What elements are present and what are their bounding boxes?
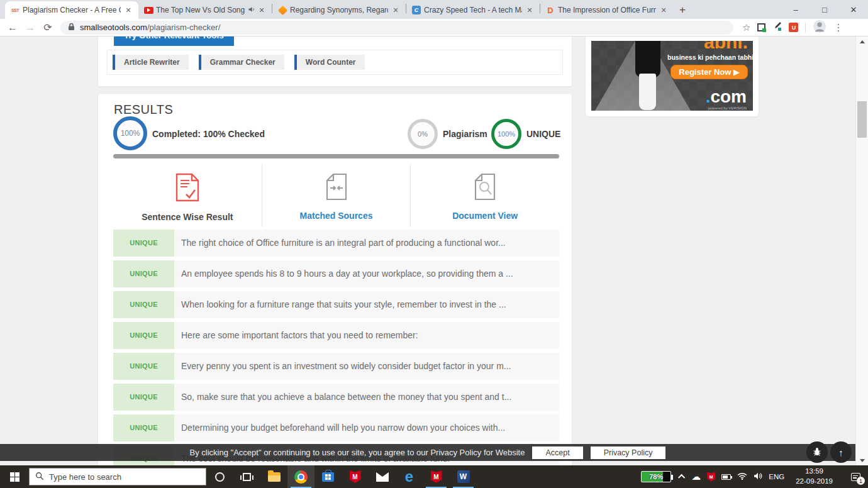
result-row[interactable]: UNIQUEEvery penny you spent is an invest… <box>113 353 559 380</box>
battery-widget[interactable]: 78% <box>641 471 671 482</box>
mcafee-running-button[interactable]: M <box>423 465 450 488</box>
language-indicator[interactable]: ENG <box>769 473 784 480</box>
unique-label: UNIQUE <box>526 129 560 139</box>
relevant-tools-header: Try Other Relevant Tools <box>114 36 234 46</box>
forward-icon[interactable]: → <box>21 22 39 33</box>
document-view-icon <box>474 173 496 203</box>
tab-close-icon[interactable]: ✕ <box>659 5 669 15</box>
refresh-icon[interactable]: ⟳ <box>39 21 57 33</box>
cortana-button[interactable] <box>206 465 233 488</box>
taskbar-clock[interactable]: 13:59 22-09-2019 <box>796 467 833 486</box>
ad-banner[interactable]: abhi. business ki pehchaan tabhi. Regist… <box>591 41 753 111</box>
tab-office-furniture[interactable]: D The Impression of Office Furnitur ✕ <box>540 1 674 19</box>
unique-badge: UNIQUE <box>113 230 174 257</box>
edge-icon: e <box>405 470 413 483</box>
notification-badge: 1 <box>857 477 865 485</box>
scroll-to-top-button[interactable]: ↑ <box>830 441 852 463</box>
sentence-result-icon <box>175 173 199 204</box>
action-center-button[interactable]: 1 <box>843 465 868 488</box>
back-icon[interactable]: ← <box>4 22 21 33</box>
mail-button[interactable] <box>369 465 396 488</box>
results-title: RESULTS <box>114 103 173 117</box>
article-rewriter-button[interactable]: Article Rewriter <box>113 55 189 70</box>
report-bug-button[interactable] <box>806 441 828 463</box>
result-row[interactable]: UNIQUEHere are some important factors th… <box>113 322 559 349</box>
tab-stackexchange[interactable]: Regarding Synonyms, Regarding ✕ <box>272 1 406 19</box>
unique-badge: UNIQUE <box>113 291 174 318</box>
task-view-button[interactable] <box>233 465 260 488</box>
plagiarism-progress-ring: 0% <box>408 119 438 149</box>
scrollbar-up-arrow[interactable] <box>856 36 868 47</box>
result-row[interactable]: UNIQUEDetermining your budget beforehand… <box>113 414 559 441</box>
accept-button[interactable]: Accept <box>532 446 582 459</box>
mcafee-tray-icon[interactable]: M <box>707 472 715 482</box>
bookmark-star-icon[interactable]: ☆ <box>742 22 750 33</box>
tab-close-icon[interactable]: ✕ <box>525 5 535 15</box>
plagiarism-label: Plagiarism <box>443 129 487 139</box>
mcafee-button[interactable]: M <box>342 465 369 488</box>
row-text: Here are some important factors that you… <box>174 322 418 349</box>
view-tab-label: Sentence Wise Result <box>142 212 233 222</box>
chrome-button[interactable] <box>287 465 314 488</box>
unique-badge: UNIQUE <box>113 353 174 380</box>
toolbar-extensions: ☆ U ⋮ <box>742 19 848 36</box>
check-progress-bar <box>113 154 559 158</box>
stackexchange-favicon-icon <box>277 5 287 15</box>
view-tab-label: Matched Sources <box>300 211 373 221</box>
unique-badge: UNIQUE <box>113 384 174 411</box>
eyedropper-extension-icon[interactable] <box>772 21 782 33</box>
tab-plagiarism-checker[interactable]: SST Plagiarism Checker - A Free Onlin ✕ <box>5 1 138 19</box>
file-explorer-button[interactable] <box>260 465 287 488</box>
tab-crazyspeedtech[interactable]: C Crazy Speed Tech - A tech Magaz ✕ <box>406 1 540 19</box>
completed-label: Completed: 100% Checked <box>152 129 265 139</box>
wifi-icon[interactable] <box>737 471 747 482</box>
word-button[interactable]: W <box>450 465 477 488</box>
lock-icon[interactable] <box>68 22 75 33</box>
register-now-button[interactable]: Register Now ▶ <box>670 65 748 79</box>
floating-buttons: ↑ <box>806 441 852 463</box>
screen-capture-extension-icon[interactable] <box>757 23 765 31</box>
adblock-shield-extension-icon[interactable]: U <box>789 23 798 32</box>
profile-avatar[interactable] <box>813 19 826 36</box>
minimize-button[interactable]: – <box>781 0 810 19</box>
tab-document-view[interactable]: Document View <box>410 164 559 227</box>
result-row[interactable]: UNIQUEThe right choice of Office furnitu… <box>113 230 559 257</box>
word-counter-button[interactable]: Word Counter <box>294 55 365 70</box>
relevant-tools-card: Try Other Relevant Tools Article Rewrite… <box>97 36 572 87</box>
maximize-button[interactable]: □ <box>810 0 839 19</box>
ad-person-garment <box>639 74 656 110</box>
microsoft-store-button[interactable] <box>314 465 342 488</box>
taskbar-search-input[interactable]: Type here to search <box>29 468 206 485</box>
mcafee-shield-icon: M <box>350 470 361 483</box>
tray-chevron-up-icon[interactable] <box>678 474 685 481</box>
address-bar[interactable]: smallseotools.com/plagiarism-checker/ <box>60 21 733 35</box>
browser-menu-icon[interactable]: ⋮ <box>833 22 843 33</box>
onedrive-cloud-icon[interactable]: ☁ <box>691 471 701 482</box>
window-controls: – □ ✕ <box>781 0 868 19</box>
tab-close-icon[interactable]: ✕ <box>391 5 401 15</box>
date-text: 22-09-2019 <box>796 477 833 487</box>
tab-audio-icon[interactable] <box>248 6 255 15</box>
scrollbar-thumb[interactable] <box>857 101 867 138</box>
tab-close-icon[interactable]: ✕ <box>123 5 133 15</box>
grammar-checker-button[interactable]: Grammar Checker <box>199 55 284 70</box>
battery-tray-icon[interactable] <box>721 474 731 480</box>
tab-sentence-wise-result[interactable]: Sentence Wise Result <box>113 164 262 227</box>
tab-close-icon[interactable]: ✕ <box>257 5 267 15</box>
tab-matched-sources[interactable]: Matched Sources <box>262 164 411 227</box>
result-row[interactable]: UNIQUEAn employee spends his 8 to 9 hour… <box>113 260 559 287</box>
start-button[interactable] <box>0 465 29 488</box>
edge-button[interactable]: e <box>396 465 423 488</box>
close-window-button[interactable]: ✕ <box>839 0 868 19</box>
result-row[interactable]: UNIQUESo, make sure that you achieve a b… <box>113 384 559 411</box>
volume-icon[interactable] <box>754 471 762 482</box>
page-scrollbar[interactable] <box>855 36 868 465</box>
privacy-policy-button[interactable]: Privacy Policy <box>591 446 666 459</box>
scrollbar-down-arrow[interactable] <box>856 455 868 465</box>
result-row[interactable]: UNIQUEWhen looking for a furniture range… <box>113 291 559 318</box>
results-card: RESULTS 100% Completed: 100% Checked 0% … <box>97 93 572 465</box>
ad-brand-text: abhi. <box>667 41 748 53</box>
folder-icon <box>268 472 281 482</box>
tab-youtube[interactable]: The Top New Vs Old Songs M ✕ <box>138 1 272 19</box>
new-tab-button[interactable]: + <box>674 1 691 19</box>
